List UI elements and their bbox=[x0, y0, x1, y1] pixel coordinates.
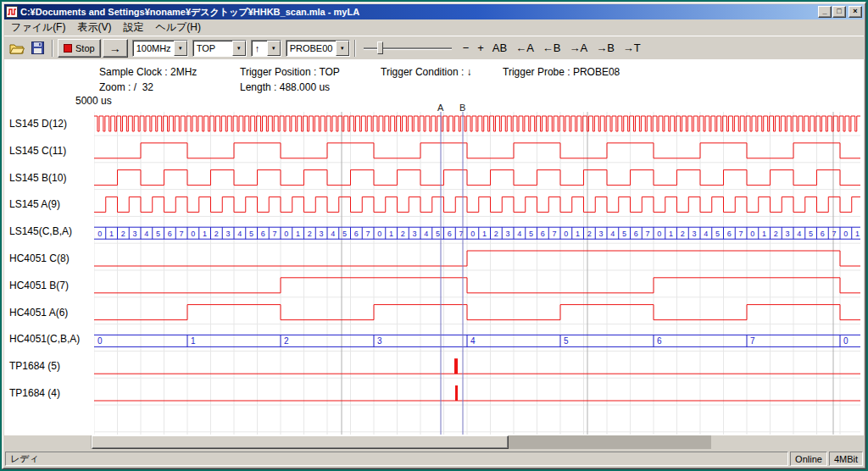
svg-text:5: 5 bbox=[342, 230, 347, 238]
maximize-button[interactable]: □ bbox=[832, 6, 846, 18]
menu-item-view[interactable]: 表示(V) bbox=[71, 19, 117, 36]
svg-text:3: 3 bbox=[377, 336, 382, 346]
floppy-icon bbox=[31, 42, 44, 54]
trigger-edge-value: ↑ bbox=[252, 43, 260, 53]
svg-text:4: 4 bbox=[331, 230, 335, 238]
chevron-down-icon[interactable]: ▼ bbox=[267, 41, 281, 56]
svg-text:1: 1 bbox=[855, 230, 860, 238]
svg-text:3: 3 bbox=[133, 230, 137, 238]
ab-button[interactable]: AB bbox=[488, 42, 511, 54]
chevron-down-icon[interactable]: ▼ bbox=[336, 41, 349, 56]
channel-label: LS145 B(10) bbox=[9, 172, 66, 184]
svg-text:3: 3 bbox=[506, 230, 510, 238]
svg-text:0: 0 bbox=[564, 230, 568, 238]
svg-text:4: 4 bbox=[424, 230, 428, 238]
minimize-button[interactable]: _ bbox=[818, 6, 832, 18]
status-bar: レディ Online 4MBit bbox=[4, 450, 864, 467]
svg-text:2: 2 bbox=[681, 230, 685, 238]
svg-text:0: 0 bbox=[657, 230, 661, 238]
scrollbar-track[interactable] bbox=[91, 435, 711, 449]
svg-text:0: 0 bbox=[470, 230, 475, 238]
svg-text:5: 5 bbox=[529, 230, 533, 238]
cursor-b-prev-button[interactable]: ←B bbox=[538, 42, 565, 54]
cursor-a-next-button[interactable]: →A bbox=[565, 42, 593, 54]
client-area: Sample Clock : 2MHz Trigger Position : T… bbox=[4, 59, 864, 435]
toolbar: Stop → 100MHz ▼ TOP ▼ ↑ ▼ PROBE00 ▼ − + … bbox=[4, 36, 864, 59]
svg-text:0: 0 bbox=[377, 230, 381, 238]
svg-text:2: 2 bbox=[308, 230, 312, 238]
toolbar-separator bbox=[354, 40, 356, 57]
svg-text:7: 7 bbox=[646, 230, 650, 238]
svg-text:3: 3 bbox=[599, 230, 604, 238]
trigger-jump-button[interactable]: →T bbox=[619, 42, 645, 54]
trigger-condition-text: Trigger Condition : ↓ bbox=[381, 66, 472, 78]
svg-text:2: 2 bbox=[774, 230, 778, 238]
chevron-down-icon[interactable]: ▼ bbox=[174, 41, 187, 56]
svg-text:0: 0 bbox=[843, 336, 849, 346]
svg-text:5: 5 bbox=[715, 230, 720, 238]
svg-text:3: 3 bbox=[320, 230, 324, 238]
zoom-out-button[interactable]: − bbox=[459, 42, 474, 54]
stop-icon bbox=[64, 44, 72, 53]
probe-select[interactable]: PROBE00 ▼ bbox=[286, 40, 350, 57]
svg-text:6: 6 bbox=[821, 230, 825, 238]
clock-select-value: 100MHz bbox=[133, 43, 171, 53]
channel-label: TP1684 (4) bbox=[9, 387, 60, 399]
trigger-position-select[interactable]: TOP ▼ bbox=[192, 40, 247, 57]
svg-text:4: 4 bbox=[704, 230, 708, 238]
svg-text:1: 1 bbox=[191, 336, 196, 346]
waveform-plot[interactable]: AB 0123456701234567012345670123456701234… bbox=[94, 112, 860, 435]
menu-item-file[interactable]: ファイル(F) bbox=[5, 19, 71, 36]
channel-label: HC4051 C(8) bbox=[9, 252, 70, 264]
open-button[interactable] bbox=[7, 39, 27, 58]
svg-text:4: 4 bbox=[517, 230, 521, 238]
scrollbar-thumb[interactable] bbox=[92, 435, 509, 449]
svg-text:0: 0 bbox=[750, 230, 754, 238]
slider-thumb[interactable] bbox=[377, 42, 383, 54]
svg-text:5: 5 bbox=[809, 230, 813, 238]
status-ready: レディ bbox=[5, 452, 788, 466]
svg-text:2: 2 bbox=[401, 230, 405, 238]
trigger-edge-select[interactable]: ↑ ▼ bbox=[251, 40, 281, 57]
svg-text:7: 7 bbox=[832, 230, 837, 238]
svg-text:5: 5 bbox=[156, 230, 160, 238]
close-button[interactable]: × bbox=[849, 6, 862, 18]
svg-text:7: 7 bbox=[739, 230, 743, 238]
svg-text:2: 2 bbox=[214, 230, 219, 238]
status-memory: 4MBit bbox=[829, 452, 863, 466]
svg-text:1: 1 bbox=[762, 230, 766, 238]
svg-text:6: 6 bbox=[448, 230, 452, 238]
zoom-text: Zoom : / 32 bbox=[99, 81, 153, 93]
svg-text:1: 1 bbox=[576, 230, 580, 238]
svg-text:4: 4 bbox=[144, 230, 148, 238]
zoom-slider[interactable] bbox=[364, 40, 452, 57]
stop-label: Stop bbox=[75, 43, 95, 53]
run-button[interactable]: → bbox=[103, 39, 128, 58]
svg-text:2: 2 bbox=[494, 230, 498, 238]
svg-text:1: 1 bbox=[203, 230, 207, 238]
chevron-down-icon[interactable]: ▼ bbox=[232, 41, 246, 56]
svg-text:6: 6 bbox=[657, 336, 662, 346]
cursor-b-next-button[interactable]: →B bbox=[592, 42, 619, 54]
zoom-in-button[interactable]: + bbox=[473, 42, 488, 54]
toolbar-separator bbox=[52, 40, 53, 57]
svg-text:7: 7 bbox=[750, 336, 755, 346]
stop-button[interactable]: Stop bbox=[58, 39, 101, 58]
trigger-position-value: TOP bbox=[193, 43, 215, 53]
title-bar[interactable]: C:¥Documents and Settings¥noname¥デスクトップ¥… bbox=[4, 4, 864, 19]
svg-text:2: 2 bbox=[284, 336, 289, 346]
trigger-probe-text: Trigger Probe : PROBE08 bbox=[503, 66, 620, 78]
svg-text:5: 5 bbox=[622, 230, 626, 238]
svg-text:3: 3 bbox=[693, 230, 697, 238]
save-button[interactable] bbox=[27, 39, 47, 58]
menu-item-settings[interactable]: 設定 bbox=[117, 19, 149, 36]
svg-text:4: 4 bbox=[610, 230, 615, 238]
svg-text:0: 0 bbox=[97, 336, 103, 346]
clock-select[interactable]: 100MHz ▼ bbox=[132, 40, 188, 57]
menu-item-help[interactable]: ヘルプ(H) bbox=[149, 19, 207, 36]
svg-text:4: 4 bbox=[237, 230, 242, 238]
cursor-a-prev-button[interactable]: ←A bbox=[511, 42, 538, 54]
svg-text:1: 1 bbox=[389, 230, 393, 238]
status-online: Online bbox=[790, 452, 827, 466]
trigger-position-text: Trigger Position : TOP bbox=[240, 66, 340, 78]
